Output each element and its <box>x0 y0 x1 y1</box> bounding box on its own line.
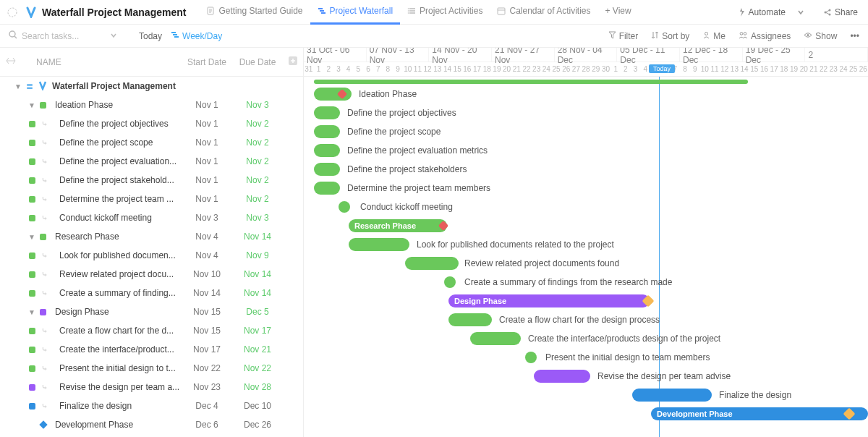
day-cell[interactable]: 20 <box>799 62 809 76</box>
gantt-bar[interactable] <box>448 313 492 326</box>
day-cell[interactable]: 2 <box>621 62 631 76</box>
due-date[interactable]: Nov 2 <box>232 119 283 129</box>
week-cell[interactable]: 21 Nov - 27 Nov <box>492 48 555 61</box>
day-cell[interactable]: 8 <box>680 62 690 76</box>
day-cell[interactable]: 18 <box>779 62 789 76</box>
day-cell[interactable]: 15 <box>749 62 760 76</box>
gantt-bar[interactable] <box>314 125 340 138</box>
day-cell[interactable]: 13 <box>730 62 740 76</box>
due-date[interactable]: Nov 3 <box>232 100 283 110</box>
summary-bar[interactable] <box>314 80 748 84</box>
share-button[interactable]: Share <box>817 7 864 17</box>
task-row[interactable]: ⤷Revise the design per team a...Nov 23No… <box>0 378 303 396</box>
tab[interactable]: Getting Started Guide <box>199 0 310 25</box>
due-date[interactable]: Nov 2 <box>232 175 283 185</box>
week-cell[interactable]: 31 Oct - 06 Nov <box>304 48 367 61</box>
show-button[interactable]: Show <box>804 31 837 41</box>
collapse-icon[interactable] <box>6 56 16 68</box>
day-cell[interactable]: 6 <box>363 62 373 76</box>
day-cell[interactable]: 31 <box>304 62 314 76</box>
start-date[interactable]: Nov 15 <box>182 307 232 317</box>
gantt-bar[interactable]: Development Phase <box>651 407 868 420</box>
due-date[interactable]: Dec 26 <box>232 420 283 430</box>
day-cell[interactable]: 17 <box>769 62 779 76</box>
day-cell[interactable]: 22 <box>819 62 829 76</box>
day-cell[interactable]: 1 <box>314 62 324 76</box>
start-date[interactable]: Nov 15 <box>182 326 232 336</box>
week-cell[interactable]: 19 Dec - 25 Dec <box>743 48 806 61</box>
due-date[interactable]: Nov 2 <box>232 194 283 204</box>
day-cell[interactable]: 18 <box>482 62 492 76</box>
due-date[interactable]: Nov 14 <box>232 288 283 298</box>
due-date[interactable]: Nov 2 <box>232 156 283 166</box>
day-cell[interactable]: 16 <box>462 62 472 76</box>
task-name[interactable]: Define the project stakehold... <box>52 175 182 185</box>
task-name[interactable]: Ideation Phase <box>52 100 182 110</box>
due-date[interactable]: Nov 2 <box>232 137 283 148</box>
week-cell[interactable]: 12 Dec - 18 Dec <box>680 48 743 61</box>
start-date[interactable]: Nov 1 <box>182 194 232 204</box>
task-row[interactable]: ⤷Define the project objectivesNov 1Nov 2 <box>0 114 303 133</box>
automate-caret[interactable] <box>791 9 810 16</box>
day-cell[interactable]: 27 <box>571 62 582 76</box>
due-date[interactable]: Nov 21 <box>232 344 283 355</box>
start-date[interactable]: Nov 3 <box>182 213 232 223</box>
due-date[interactable]: Nov 17 <box>232 326 283 336</box>
gantt-bar[interactable]: Design Phase <box>448 294 650 307</box>
milestone-ball[interactable] <box>444 276 456 288</box>
task-name[interactable]: Define the project objectives <box>52 119 182 129</box>
day-cell[interactable]: 14 <box>443 62 453 76</box>
task-name[interactable]: Revise the design per team a... <box>52 382 182 392</box>
task-name[interactable]: Design Phase <box>52 307 182 317</box>
task-name[interactable]: Research Phase <box>52 232 182 242</box>
task-name[interactable]: Determine the project team ... <box>52 194 182 204</box>
gantt-bar[interactable]: Research Phase <box>349 219 447 232</box>
task-row[interactable]: ▼≣Waterfall Project Management <box>0 77 303 96</box>
assignees-button[interactable]: Assignees <box>739 31 791 41</box>
tab[interactable]: Calendar of Activities <box>490 0 597 25</box>
gantt-bar[interactable] <box>314 163 340 176</box>
start-date[interactable]: Dec 6 <box>182 420 232 430</box>
day-cell[interactable]: 7 <box>373 62 383 76</box>
due-date[interactable]: Nov 14 <box>232 269 283 279</box>
start-date[interactable]: Nov 14 <box>182 288 232 298</box>
day-cell[interactable]: 28 <box>581 62 591 76</box>
day-cell[interactable]: 25 <box>551 62 561 76</box>
day-cell[interactable]: 14 <box>739 62 749 76</box>
task-row[interactable]: ⤷Finalize the designDec 4Dec 10 <box>0 396 303 415</box>
day-cell[interactable]: 8 <box>383 62 393 76</box>
search-input[interactable]: Search tasks... <box>9 30 117 41</box>
day-cell[interactable]: 11 <box>710 62 720 76</box>
task-name[interactable]: Look for published documen... <box>52 250 182 260</box>
task-name[interactable]: Present the initial design to t... <box>52 363 182 373</box>
tab[interactable]: Project Activities <box>400 0 490 25</box>
week-cell[interactable]: 07 Nov - 13 Nov <box>367 48 430 61</box>
day-cell[interactable]: 19 <box>492 62 502 76</box>
day-cell[interactable]: 10 <box>700 62 710 76</box>
due-date[interactable]: Nov 22 <box>232 363 283 373</box>
day-cell[interactable]: 5 <box>353 62 363 76</box>
add-view-button[interactable]: + View <box>598 0 639 25</box>
task-name[interactable]: Create a summary of finding... <box>52 288 182 298</box>
day-cell[interactable]: 20 <box>502 62 512 76</box>
day-cell[interactable]: 19 <box>789 62 799 76</box>
day-cell[interactable]: 21 <box>809 62 819 76</box>
gantt-bar[interactable] <box>534 370 590 383</box>
day-cell[interactable]: 15 <box>452 62 462 76</box>
start-date[interactable]: Nov 1 <box>182 119 232 129</box>
task-name[interactable]: Create the interface/product... <box>52 344 182 355</box>
task-row[interactable]: ⤷Look for published documen...Nov 4Nov 9 <box>0 246 303 265</box>
day-cell[interactable]: 22 <box>522 62 532 76</box>
sortby-button[interactable]: Sort by <box>651 31 689 41</box>
automate-button[interactable]: Automate <box>731 7 791 17</box>
day-cell[interactable]: 21 <box>511 62 522 76</box>
start-date[interactable]: Nov 1 <box>182 137 232 148</box>
caret-down-icon[interactable]: ▼ <box>28 233 35 241</box>
task-row[interactable]: ⤷Create a flow chart for the d...Nov 15N… <box>0 321 303 340</box>
day-cell[interactable]: 24 <box>542 62 552 76</box>
day-cell[interactable]: 12 <box>422 62 433 76</box>
task-row[interactable]: ▼Research PhaseNov 4Nov 14 <box>0 227 303 246</box>
day-cell[interactable]: 1 <box>610 62 621 76</box>
due-date[interactable]: Nov 14 <box>232 232 283 242</box>
task-name[interactable]: Finalize the design <box>52 401 182 411</box>
